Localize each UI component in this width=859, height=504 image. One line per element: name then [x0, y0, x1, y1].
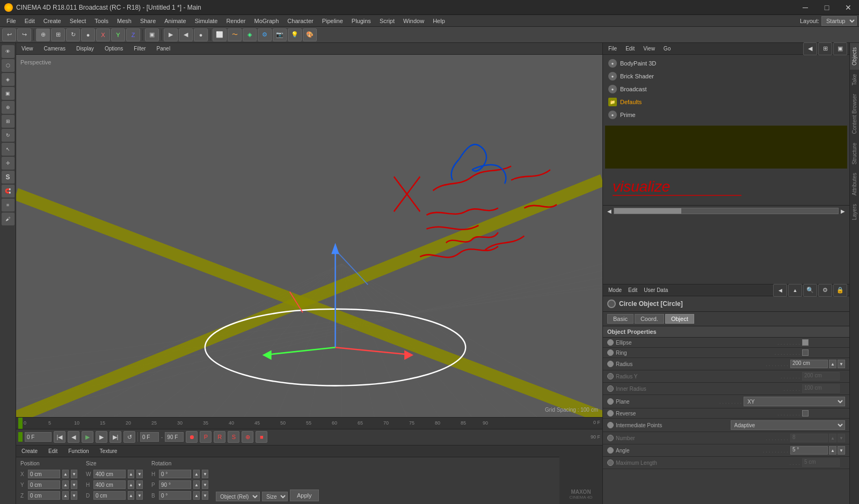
shader-tool[interactable]: 🎨	[303, 28, 317, 41]
object-rel-select[interactable]: Object (Rel)	[216, 492, 260, 501]
light-tool[interactable]: 💡	[288, 28, 302, 41]
rt-view[interactable]: View	[640, 46, 658, 52]
sidebar-mode6[interactable]: ↻	[2, 129, 14, 142]
angle-down[interactable]: ▼	[838, 446, 845, 455]
minimize-button[interactable]: ─	[795, 0, 816, 15]
menu-animate[interactable]: Animate	[160, 15, 190, 27]
vt-options[interactable]: Options	[101, 44, 126, 54]
cb-broadcast[interactable]: ● Broadcast	[605, 83, 847, 96]
size-h-up[interactable]: ▲	[128, 480, 134, 489]
rt-icon-1[interactable]: ◀	[803, 42, 817, 55]
record-pos[interactable]: P	[200, 431, 212, 443]
menu-share[interactable]: Share	[136, 15, 160, 27]
ellipse-checkbox[interactable]	[802, 339, 809, 346]
ap-search[interactable]: 🔍	[803, 284, 817, 297]
pos-y-down[interactable]: ▼	[71, 480, 77, 489]
record-btn[interactable]: ⏺	[186, 431, 198, 443]
frame-next[interactable]: ▶	[96, 431, 107, 443]
ap-edit[interactable]: Edit	[625, 287, 640, 293]
reverse-toggle-icon[interactable]	[607, 410, 614, 417]
close-button[interactable]: ✕	[838, 0, 859, 15]
vt-cameras[interactable]: Cameras	[41, 44, 69, 54]
size-h-down[interactable]: ▼	[136, 480, 143, 489]
cb-brickshader[interactable]: ● Brick Shader	[605, 70, 847, 83]
loop-button[interactable]: ↺	[123, 431, 135, 443]
vt-display[interactable]: Display	[73, 44, 97, 54]
radius-input[interactable]: 200 cm	[790, 360, 828, 368]
vr-tab-take[interactable]: Take	[850, 70, 859, 90]
max-length-toggle-icon[interactable]	[607, 459, 614, 466]
pos-y-up[interactable]: ▲	[62, 480, 69, 489]
size-w-up[interactable]: ▲	[128, 470, 134, 478]
sidebar-mode4[interactable]: ⊕	[2, 101, 14, 114]
ap-lock[interactable]: 🔒	[833, 284, 847, 297]
move-tool[interactable]: ⊕	[36, 28, 50, 41]
vt-filter[interactable]: Filter	[130, 44, 149, 54]
rot-p-down[interactable]: ▼	[202, 480, 208, 489]
menu-plugins[interactable]: Plugins	[347, 15, 375, 27]
play-button[interactable]: ▶	[82, 431, 93, 443]
menu-pipeline[interactable]: Pipeline	[318, 15, 347, 27]
play-back[interactable]: ◀	[179, 28, 193, 41]
pos-y-value[interactable]: 0 cm	[28, 480, 60, 489]
angle-up[interactable]: ▲	[829, 446, 836, 455]
pos-x-value[interactable]: 0 cm	[28, 470, 60, 478]
menu-render[interactable]: Render	[222, 15, 250, 27]
menu-simulate[interactable]: Simulate	[191, 15, 222, 27]
camera-tool[interactable]: 📷	[273, 28, 287, 41]
record[interactable]: ●	[194, 28, 208, 41]
menu-edit[interactable]: Edit	[20, 15, 39, 27]
radius-toggle-icon[interactable]	[607, 361, 614, 367]
menu-mesh[interactable]: Mesh	[113, 15, 136, 27]
ap-forward[interactable]: ▲	[788, 284, 802, 297]
timeline-ruler[interactable]: 0 5 10 15 20 25 30 35 40 45 50 55 60 65 …	[16, 418, 602, 429]
apply-button[interactable]: Apply	[290, 490, 319, 501]
rot-p-value[interactable]: 90 °	[159, 480, 191, 489]
bt-function[interactable]: Function	[65, 448, 92, 454]
sidebar-mode3[interactable]: ▣	[2, 87, 14, 100]
layout-select[interactable]: Startup	[821, 16, 857, 26]
vr-tab-objects[interactable]: Objects	[850, 43, 859, 70]
menu-mograph[interactable]: MoGraph	[250, 15, 283, 27]
intermediate-select[interactable]: Adaptive Uniform Subdivided	[731, 420, 846, 430]
y-axis[interactable]: Y	[111, 28, 125, 41]
size-h-value[interactable]: 400 cm	[93, 480, 126, 489]
bt-edit[interactable]: Edit	[45, 448, 61, 454]
end-frame-input[interactable]	[165, 432, 184, 442]
angle-toggle-icon[interactable]	[607, 447, 614, 454]
slider-bar[interactable]	[614, 208, 839, 214]
frame-next-key[interactable]: ▶|	[110, 431, 121, 443]
pos-z-up[interactable]: ▲	[62, 491, 69, 500]
record-rot[interactable]: R	[214, 431, 225, 443]
number-down[interactable]: ▼	[838, 434, 845, 442]
sidebar-display[interactable]: 👁	[2, 45, 14, 58]
menu-character[interactable]: Character	[283, 15, 317, 27]
menu-select[interactable]: Select	[65, 15, 91, 27]
ring-toggle-icon[interactable]	[607, 349, 614, 356]
record-all[interactable]: ⊕	[242, 431, 253, 443]
size-w-down[interactable]: ▼	[136, 470, 143, 478]
vr-tab-structure[interactable]: Structure	[850, 138, 859, 169]
menu-script[interactable]: Script	[375, 15, 399, 27]
sidebar-select[interactable]: ↖	[2, 143, 14, 156]
vt-panel[interactable]: Panel	[154, 44, 174, 54]
slider-right-icon[interactable]: ▶	[841, 208, 845, 214]
rt-icon-2[interactable]: ⊞	[818, 42, 832, 55]
sidebar-mode5[interactable]: ⊞	[2, 115, 14, 128]
nurbs-tool[interactable]: ◈	[243, 28, 257, 41]
vt-view[interactable]: View	[18, 44, 37, 54]
rot-p-up[interactable]: ▲	[193, 480, 200, 489]
sidebar-move[interactable]: ✛	[2, 157, 14, 170]
sidebar-mode2[interactable]: ◈	[2, 73, 14, 86]
size-select[interactable]: Size	[262, 492, 288, 501]
radius-y-toggle-icon[interactable]	[607, 373, 614, 379]
redo-button[interactable]: ↪	[17, 28, 31, 41]
number-up[interactable]: ▲	[829, 434, 836, 442]
pos-x-down[interactable]: ▼	[71, 470, 77, 478]
vr-tab-content[interactable]: Content Browser	[850, 90, 859, 138]
frame-prev-key[interactable]: |◀	[54, 431, 65, 443]
record-playback[interactable]: ■	[256, 431, 267, 443]
slider-left-icon[interactable]: ◀	[607, 208, 612, 214]
tab-object[interactable]: Object	[665, 314, 694, 324]
size-d-value[interactable]: 0 cm	[93, 491, 126, 500]
